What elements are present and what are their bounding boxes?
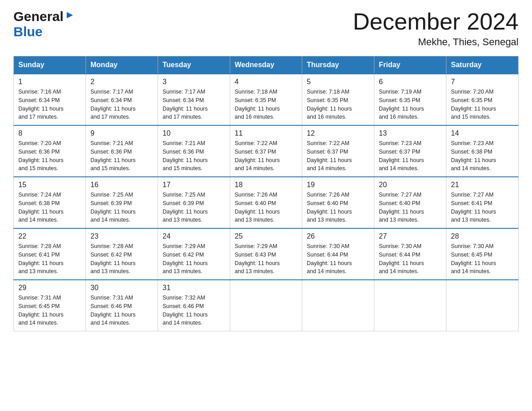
calendar-cell: 20 Sunrise: 7:27 AMSunset: 6:40 PMDaylig… — [374, 177, 446, 228]
day-info: Sunrise: 7:18 AMSunset: 6:35 PMDaylight:… — [307, 89, 352, 120]
calendar-cell — [374, 280, 446, 331]
day-number: 4 — [235, 78, 297, 86]
week-row-1: 1 Sunrise: 7:16 AMSunset: 6:34 PMDayligh… — [14, 74, 519, 125]
day-number: 5 — [307, 78, 369, 86]
calendar-body: 1 Sunrise: 7:16 AMSunset: 6:34 PMDayligh… — [14, 74, 519, 331]
day-number: 31 — [163, 284, 225, 292]
subtitle: Mekhe, Thies, Senegal — [353, 36, 519, 48]
day-info: Sunrise: 7:26 AMSunset: 6:40 PMDaylight:… — [307, 192, 352, 223]
day-info: Sunrise: 7:22 AMSunset: 6:37 PMDaylight:… — [235, 140, 280, 171]
svg-marker-0 — [67, 12, 73, 18]
day-number: 7 — [451, 78, 514, 86]
calendar-cell — [446, 280, 519, 331]
calendar-cell: 25 Sunrise: 7:29 AMSunset: 6:43 PMDaylig… — [230, 228, 302, 280]
day-number: 2 — [90, 78, 153, 86]
day-number: 13 — [379, 129, 442, 137]
day-number: 1 — [18, 78, 81, 86]
calendar-cell: 15 Sunrise: 7:24 AMSunset: 6:38 PMDaylig… — [14, 177, 86, 228]
day-info: Sunrise: 7:32 AMSunset: 6:46 PMDaylight:… — [163, 295, 208, 326]
day-info: Sunrise: 7:16 AMSunset: 6:34 PMDaylight:… — [18, 89, 64, 120]
calendar-cell: 30 Sunrise: 7:31 AMSunset: 6:46 PMDaylig… — [86, 280, 158, 331]
header-sunday: Sunday — [14, 56, 86, 74]
calendar-cell: 2 Sunrise: 7:17 AMSunset: 6:34 PMDayligh… — [86, 74, 158, 125]
day-info: Sunrise: 7:18 AMSunset: 6:35 PMDaylight:… — [235, 89, 280, 120]
day-number: 10 — [163, 129, 225, 137]
calendar-header-row: SundayMondayTuesdayWednesdayThursdayFrid… — [14, 56, 519, 74]
calendar-cell: 5 Sunrise: 7:18 AMSunset: 6:35 PMDayligh… — [302, 74, 374, 125]
calendar-cell: 24 Sunrise: 7:29 AMSunset: 6:42 PMDaylig… — [158, 228, 230, 280]
calendar-cell: 31 Sunrise: 7:32 AMSunset: 6:46 PMDaylig… — [158, 280, 230, 331]
calendar-cell: 1 Sunrise: 7:16 AMSunset: 6:34 PMDayligh… — [14, 74, 86, 125]
calendar-cell — [230, 280, 302, 331]
header-monday: Monday — [86, 56, 158, 74]
header-friday: Friday — [374, 56, 446, 74]
day-info: Sunrise: 7:30 AMSunset: 6:44 PMDaylight:… — [379, 243, 424, 274]
day-number: 22 — [18, 232, 81, 240]
day-info: Sunrise: 7:31 AMSunset: 6:46 PMDaylight:… — [90, 295, 136, 326]
day-number: 16 — [90, 181, 153, 189]
week-row-2: 8 Sunrise: 7:20 AMSunset: 6:36 PMDayligh… — [14, 125, 519, 177]
day-number: 6 — [379, 78, 442, 86]
day-info: Sunrise: 7:30 AMSunset: 6:44 PMDaylight:… — [307, 243, 352, 274]
calendar-cell: 12 Sunrise: 7:22 AMSunset: 6:37 PMDaylig… — [302, 125, 374, 177]
day-number: 25 — [235, 232, 297, 240]
day-number: 12 — [307, 129, 369, 137]
calendar-cell: 21 Sunrise: 7:27 AMSunset: 6:41 PMDaylig… — [446, 177, 519, 228]
day-number: 21 — [451, 181, 514, 189]
logo-arrow-icon — [65, 10, 75, 22]
calendar-cell: 7 Sunrise: 7:20 AMSunset: 6:35 PMDayligh… — [446, 74, 519, 125]
day-info: Sunrise: 7:25 AMSunset: 6:39 PMDaylight:… — [163, 192, 208, 223]
day-number: 27 — [379, 232, 442, 240]
week-row-3: 15 Sunrise: 7:24 AMSunset: 6:38 PMDaylig… — [14, 177, 519, 228]
day-number: 15 — [18, 181, 81, 189]
day-info: Sunrise: 7:21 AMSunset: 6:36 PMDaylight:… — [90, 140, 136, 171]
day-number: 29 — [18, 284, 81, 292]
day-number: 19 — [307, 181, 369, 189]
day-number: 28 — [451, 232, 514, 240]
day-info: Sunrise: 7:29 AMSunset: 6:42 PMDaylight:… — [163, 243, 208, 274]
day-info: Sunrise: 7:28 AMSunset: 6:42 PMDaylight:… — [90, 243, 136, 274]
header-wednesday: Wednesday — [230, 56, 302, 74]
day-info: Sunrise: 7:20 AMSunset: 6:35 PMDaylight:… — [451, 89, 496, 120]
day-info: Sunrise: 7:17 AMSunset: 6:34 PMDaylight:… — [163, 89, 208, 120]
calendar-cell: 23 Sunrise: 7:28 AMSunset: 6:42 PMDaylig… — [86, 228, 158, 280]
header-saturday: Saturday — [446, 56, 519, 74]
day-info: Sunrise: 7:26 AMSunset: 6:40 PMDaylight:… — [235, 192, 280, 223]
day-info: Sunrise: 7:23 AMSunset: 6:38 PMDaylight:… — [451, 140, 496, 171]
calendar-cell: 14 Sunrise: 7:23 AMSunset: 6:38 PMDaylig… — [446, 125, 519, 177]
day-number: 11 — [235, 129, 297, 137]
day-number: 24 — [163, 232, 225, 240]
calendar-cell: 9 Sunrise: 7:21 AMSunset: 6:36 PMDayligh… — [86, 125, 158, 177]
calendar-cell: 28 Sunrise: 7:30 AMSunset: 6:45 PMDaylig… — [446, 228, 519, 280]
calendar-cell: 18 Sunrise: 7:26 AMSunset: 6:40 PMDaylig… — [230, 177, 302, 228]
day-number: 18 — [235, 181, 297, 189]
calendar-cell: 19 Sunrise: 7:26 AMSunset: 6:40 PMDaylig… — [302, 177, 374, 228]
calendar-cell: 6 Sunrise: 7:19 AMSunset: 6:35 PMDayligh… — [374, 74, 446, 125]
day-info: Sunrise: 7:17 AMSunset: 6:34 PMDaylight:… — [90, 89, 136, 120]
day-info: Sunrise: 7:19 AMSunset: 6:35 PMDaylight:… — [379, 89, 424, 120]
calendar-cell: 17 Sunrise: 7:25 AMSunset: 6:39 PMDaylig… — [158, 177, 230, 228]
calendar: SundayMondayTuesdayWednesdayThursdayFrid… — [13, 56, 519, 331]
day-info: Sunrise: 7:23 AMSunset: 6:37 PMDaylight:… — [379, 140, 424, 171]
logo: General Blue — [13, 9, 75, 39]
logo-general: General — [13, 9, 64, 24]
calendar-cell: 10 Sunrise: 7:21 AMSunset: 6:36 PMDaylig… — [158, 125, 230, 177]
day-info: Sunrise: 7:29 AMSunset: 6:43 PMDaylight:… — [235, 243, 280, 274]
day-number: 23 — [90, 232, 153, 240]
calendar-cell: 22 Sunrise: 7:28 AMSunset: 6:41 PMDaylig… — [14, 228, 86, 280]
calendar-cell: 16 Sunrise: 7:25 AMSunset: 6:39 PMDaylig… — [86, 177, 158, 228]
day-info: Sunrise: 7:24 AMSunset: 6:38 PMDaylight:… — [18, 192, 64, 223]
calendar-cell: 29 Sunrise: 7:31 AMSunset: 6:45 PMDaylig… — [14, 280, 86, 331]
day-info: Sunrise: 7:21 AMSunset: 6:36 PMDaylight:… — [163, 140, 208, 171]
header-tuesday: Tuesday — [158, 56, 230, 74]
calendar-cell: 3 Sunrise: 7:17 AMSunset: 6:34 PMDayligh… — [158, 74, 230, 125]
header: General Blue December 2024 Mekhe, Thies,… — [13, 9, 519, 48]
week-row-4: 22 Sunrise: 7:28 AMSunset: 6:41 PMDaylig… — [14, 228, 519, 280]
day-info: Sunrise: 7:27 AMSunset: 6:41 PMDaylight:… — [451, 192, 496, 223]
calendar-cell: 11 Sunrise: 7:22 AMSunset: 6:37 PMDaylig… — [230, 125, 302, 177]
calendar-cell: 8 Sunrise: 7:20 AMSunset: 6:36 PMDayligh… — [14, 125, 86, 177]
day-info: Sunrise: 7:30 AMSunset: 6:45 PMDaylight:… — [451, 243, 496, 274]
week-row-5: 29 Sunrise: 7:31 AMSunset: 6:45 PMDaylig… — [14, 280, 519, 331]
day-number: 26 — [307, 232, 369, 240]
day-info: Sunrise: 7:22 AMSunset: 6:37 PMDaylight:… — [307, 140, 352, 171]
